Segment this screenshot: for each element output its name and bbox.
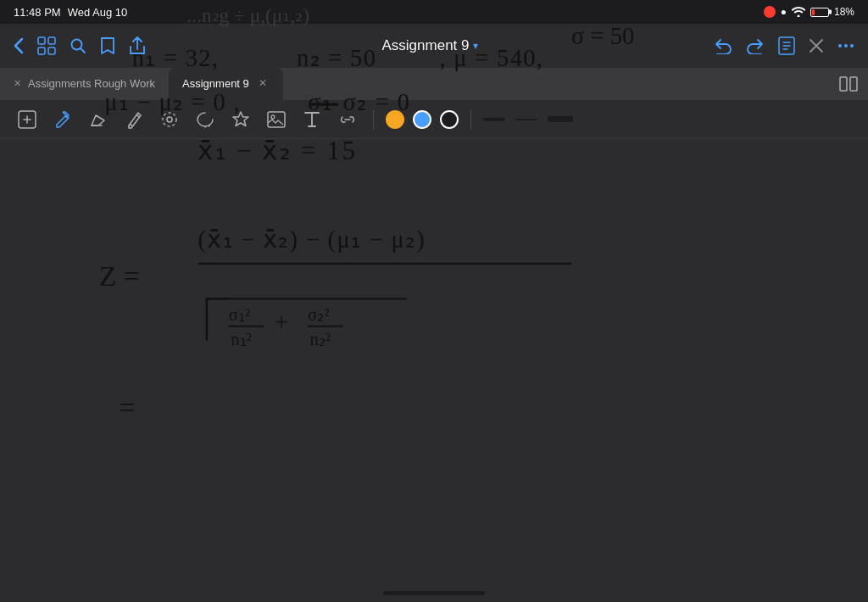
svg-point-4 — [72, 40, 82, 50]
svg-text:(x̄₁ − x̄₂) − (μ₁ − μ₂): (x̄₁ − x̄₂) − (μ₁ − μ₂) — [198, 226, 426, 254]
status-right: ● 18% — [764, 6, 854, 18]
nav-right — [714, 36, 854, 55]
stroke-medium-line — [515, 119, 537, 120]
time-display: 11:48 PM — [14, 6, 61, 19]
svg-rect-3 — [48, 47, 55, 54]
svg-text:n₁²: n₁² — [231, 330, 252, 348]
back-button[interactable] — [14, 37, 24, 54]
redo-button[interactable] — [746, 37, 765, 54]
tab-rough-work[interactable]: ✕ Assignments Rough Work — [0, 68, 169, 100]
nav-title[interactable]: Assignment 9 ▾ — [382, 37, 478, 54]
grid-view-button[interactable] — [37, 36, 56, 55]
insert-tool[interactable] — [14, 106, 41, 133]
split-view-icon[interactable] — [839, 76, 858, 92]
svg-rect-14 — [268, 112, 285, 127]
title-chevron: ▾ — [473, 40, 478, 52]
svg-text:Z =: Z = — [99, 260, 140, 292]
svg-rect-2 — [38, 47, 45, 54]
svg-point-15 — [271, 115, 275, 119]
color-black[interactable] — [440, 110, 459, 129]
cellular-icon: ● — [781, 6, 787, 18]
svg-text:=: = — [119, 392, 135, 423]
tool-separator-2 — [470, 109, 471, 130]
tool-separator — [373, 109, 374, 130]
tab-assignment9[interactable]: Assignment 9 ✕ — [169, 68, 283, 100]
undo-button[interactable] — [714, 37, 732, 54]
svg-point-13 — [167, 117, 172, 122]
eraser-tool[interactable] — [85, 106, 112, 133]
tab-assignment9-close[interactable]: ✕ — [256, 76, 270, 90]
drawing-toolbar — [0, 100, 868, 139]
svg-point-8 — [850, 44, 854, 47]
svg-rect-0 — [38, 37, 45, 44]
selection-tool[interactable] — [156, 106, 183, 133]
tab-rough-work-close[interactable]: ✕ — [14, 78, 21, 89]
color-orange[interactable] — [386, 110, 404, 129]
svg-rect-1 — [48, 37, 55, 44]
date-display: Wed Aug 10 — [68, 6, 128, 19]
pen-tool[interactable] — [49, 106, 76, 133]
more-button[interactable] — [837, 43, 854, 48]
stroke-wide-button[interactable] — [548, 108, 575, 131]
favorites-tool[interactable] — [227, 106, 254, 133]
nav-bar: Assignment 9 ▾ — [0, 24, 868, 68]
bookmark-button[interactable] — [100, 36, 115, 55]
search-button[interactable] — [70, 37, 86, 54]
image-tool[interactable] — [263, 106, 290, 133]
wifi-icon — [792, 7, 805, 17]
stroke-thick-line — [483, 118, 505, 121]
canvas-area[interactable]: ...n₂g ÷ μ,(μ₁,₂) n₁ = 32, n₂ = 50 , μ =… — [0, 139, 868, 602]
export-button[interactable] — [778, 36, 795, 55]
svg-text:+: + — [275, 309, 288, 335]
color-blue[interactable] — [413, 110, 431, 129]
stroke-wide-line — [548, 116, 573, 122]
svg-text:σ₁²: σ₁² — [229, 305, 250, 324]
svg-text:x̄₁ − x̄₂ = 15: x̄₁ − x̄₂ = 15 — [198, 136, 357, 165]
pencil-tool[interactable] — [120, 106, 147, 133]
svg-point-6 — [838, 44, 842, 47]
svg-rect-9 — [840, 77, 847, 91]
stroke-medium-button[interactable] — [515, 108, 539, 131]
svg-point-12 — [163, 113, 176, 126]
text-tool[interactable] — [298, 106, 326, 133]
tabs-bar: ✕ Assignments Rough Work Assignment 9 ✕ — [0, 68, 868, 100]
link-tool[interactable] — [334, 106, 361, 133]
close-button[interactable] — [809, 38, 824, 53]
svg-text:n₂²: n₂² — [310, 330, 331, 348]
title-text: Assignment 9 — [382, 37, 470, 54]
tab-assignment9-label: Assignment 9 — [182, 77, 249, 90]
share-button[interactable] — [129, 36, 146, 55]
stroke-thick-button[interactable] — [483, 108, 507, 131]
battery-icon — [810, 8, 829, 17]
status-left: 11:48 PM Wed Aug 10 — [14, 6, 127, 19]
status-bar: 11:48 PM Wed Aug 10 ● 18% — [0, 0, 868, 24]
tab-rough-work-label: Assignments Rough Work — [28, 77, 155, 90]
lasso-tool[interactable] — [192, 106, 219, 133]
svg-rect-10 — [850, 77, 857, 91]
recording-dot-icon — [764, 6, 776, 18]
svg-text:σ₂²: σ₂² — [308, 305, 329, 324]
battery-percent: 18% — [834, 6, 854, 18]
home-indicator — [383, 591, 485, 595]
svg-point-7 — [844, 44, 848, 47]
nav-left — [14, 36, 146, 55]
